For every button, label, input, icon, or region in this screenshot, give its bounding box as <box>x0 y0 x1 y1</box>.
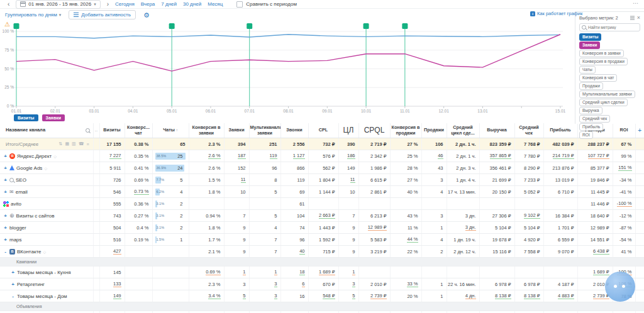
column-header[interactable]: Конверсия в заявки <box>189 123 224 138</box>
column-header[interactable]: Средний цикл сде... <box>447 123 479 138</box>
collapse-icon[interactable]: - <box>3 249 8 255</box>
column-header[interactable]: Звонки <box>280 123 308 138</box>
how-chart-works-link[interactable]: i Как работает график <box>530 11 582 16</box>
row-name-cell[interactable]: -BВКонтакте◇ <box>0 246 93 258</box>
activity-marker[interactable] <box>402 23 408 29</box>
column-header[interactable]: CPQL <box>358 123 390 138</box>
date-range-picker[interactable]: 01 янв. 2026 - 15 янв. 2026 ▾ <box>16 0 100 9</box>
row-name-cell[interactable]: +Товары месяца - Кухня <box>0 266 93 278</box>
overflow-menu-button[interactable]: ⋯ <box>633 0 639 6</box>
range-today-link[interactable]: Сегодня <box>115 1 135 7</box>
cell: 6 978 ₽ <box>479 278 514 290</box>
warning-icon[interactable]: ⚠ <box>4 21 10 28</box>
metric-chip[interactable]: Прибыль <box>579 123 603 131</box>
row-name-cell[interactable]: +maps <box>0 234 93 246</box>
cell: 0.19 % <box>125 234 152 246</box>
cell: -12 % <box>613 210 635 222</box>
metrics-panel: Выбрано метрик: 2 × ВизитыЗаявкиКонверси… <box>575 11 644 124</box>
activity-marker[interactable] <box>14 23 19 29</box>
row-label: Визиты с сайтов <box>16 213 55 219</box>
expand-icon[interactable]: + <box>3 165 8 171</box>
next-period-button[interactable]: › <box>107 2 109 7</box>
range-month-link[interactable]: Месяц <box>208 1 223 7</box>
column-header[interactable]: Чаты ↑ <box>152 123 189 138</box>
row-name-cell[interactable]: +SEO <box>0 174 93 186</box>
row-name-cell[interactable]: +Ретаргетинг <box>0 278 93 290</box>
column-header[interactable]: Средний чек <box>514 123 543 138</box>
resize-handle[interactable]: ‥ <box>93 123 99 138</box>
column-header[interactable]: CPL <box>308 123 338 138</box>
column-header[interactable]: Конверсия в продажи <box>390 123 421 138</box>
expand-icon[interactable]: + <box>3 213 8 219</box>
collapse-icon[interactable]: - <box>11 294 15 299</box>
grid-icon[interactable]: ▦ <box>65 141 69 146</box>
sort-icon[interactable]: ⇅ <box>59 141 63 146</box>
expand-icon[interactable]: + <box>11 270 15 275</box>
expand-icon[interactable]: + <box>11 282 15 287</box>
row-name-cell[interactable]: -Товары месяца - Дом <box>0 290 93 302</box>
activity-marker[interactable] <box>247 23 252 29</box>
cell: 18 <box>280 266 308 278</box>
add-activity-button[interactable]: Добавить активность <box>69 10 136 19</box>
metric-chip[interactable]: Визиты <box>579 33 601 41</box>
column-header[interactable]: Заявки <box>224 123 249 138</box>
metric-chip[interactable]: ROI <box>579 131 593 139</box>
metric-chip[interactable]: Продажи <box>579 82 603 90</box>
menu-icon[interactable]: ≡ <box>86 142 89 146</box>
range-30days-link[interactable]: 30 дней <box>183 1 201 7</box>
support-chat-bubble[interactable] <box>605 272 635 302</box>
cell <box>93 311 99 313</box>
legend-chip-Визиты[interactable]: Визиты <box>14 114 38 121</box>
metric-chip[interactable]: Конверсия в продажи <box>579 58 628 65</box>
gear-icon[interactable]: ⚙ <box>143 12 150 18</box>
column-header[interactable]: Прибыль <box>543 123 577 138</box>
legend-chip-Заявки[interactable]: Заявки <box>42 114 65 121</box>
column-header[interactable]: Выручка <box>479 123 514 138</box>
range-yesterday-link[interactable]: Вчера <box>141 1 155 7</box>
phone-icon[interactable]: ☎ <box>79 141 84 146</box>
compare-period-checkbox[interactable] <box>236 1 243 8</box>
column-header[interactable]: Конверс... чат <box>125 123 152 138</box>
expand-icon[interactable]: + <box>3 189 8 195</box>
row-name-cell[interactable]: avito <box>0 198 93 210</box>
column-header[interactable]: Мультиканальн... заявки <box>249 123 280 138</box>
activity-marker[interactable] <box>169 23 175 29</box>
column-header[interactable]: ЦЛ <box>338 123 358 138</box>
metric-chip[interactable]: Конверсия в чат <box>579 74 617 82</box>
metric-chip[interactable]: Мультиканальные заявки <box>579 91 635 98</box>
metric-chip[interactable]: Чаты <box>579 66 596 74</box>
cell <box>514 311 543 313</box>
prev-period-button[interactable]: ‹ <box>8 2 9 7</box>
close-icon[interactable]: × <box>637 14 640 21</box>
row-name-cell[interactable]: Товар месяца - Постельное белье Софи <box>0 311 93 313</box>
row-name-cell[interactable]: +Google Ads◇ <box>0 162 93 174</box>
metric-chip[interactable]: Средний чек <box>579 115 610 123</box>
row-name-cell[interactable]: +⊕Визиты с сайтов <box>0 210 93 222</box>
column-header-name[interactable]: Название канала <box>0 123 93 138</box>
range-7days-link[interactable]: 7 дней <box>161 1 177 7</box>
group-by-dropdown[interactable]: Группировать по дням ▾ <box>5 12 61 18</box>
metric-chip[interactable]: Выручка <box>579 107 602 114</box>
metric-chip[interactable]: Конверсия в заявки <box>579 50 624 57</box>
activity-marker[interactable] <box>364 23 369 29</box>
cell <box>338 198 358 210</box>
cell: 65 <box>152 138 189 150</box>
row-name-cell[interactable]: +✉email <box>0 186 93 198</box>
expand-icon[interactable]: + <box>3 237 8 243</box>
metric-chip[interactable]: Средний цикл сделки <box>579 99 628 106</box>
expand-icon[interactable]: + <box>3 177 8 183</box>
expand-icon[interactable]: + <box>3 153 8 159</box>
row-name-cell[interactable]: +ЯЯндекс.Директ◇ <box>0 150 93 162</box>
expand-icon[interactable]: + <box>3 225 8 231</box>
metric-chip[interactable]: Заявки <box>579 41 600 49</box>
search-icon[interactable] <box>86 128 90 133</box>
cell: 1 127 <box>280 150 308 162</box>
metric-search-input[interactable] <box>588 25 638 30</box>
row-name-cell[interactable]: Итого/Среднее⇅▦▥☎≡ <box>0 138 93 150</box>
list-icon[interactable] <box>630 18 635 18</box>
row-name-cell[interactable]: +blogger <box>0 222 93 234</box>
board-icon[interactable]: ▥ <box>72 141 76 146</box>
column-header[interactable]: Продажи <box>421 123 447 138</box>
column-header[interactable]: Визиты <box>99 123 125 138</box>
section-header: Кампании <box>0 258 644 266</box>
